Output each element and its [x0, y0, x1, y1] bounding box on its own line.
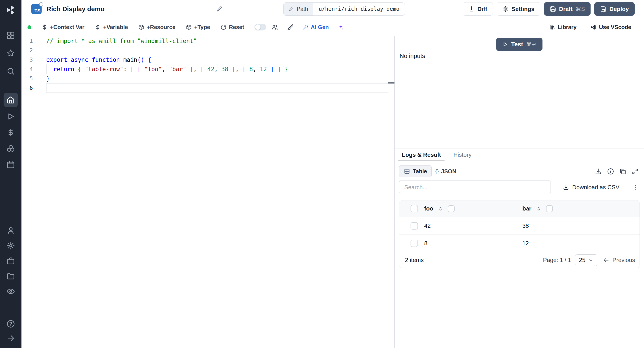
add-context-var-button[interactable]: +Context Var — [42, 24, 84, 31]
collab-toggle[interactable] — [254, 24, 266, 31]
path-label: Path — [296, 6, 308, 12]
items-count: 2 items — [405, 257, 424, 264]
user-icon — [6, 226, 15, 235]
line-number: 2 — [22, 46, 46, 55]
view-json-label: JSON — [441, 168, 456, 175]
windmill-logo[interactable] — [0, 5, 22, 15]
column-header-bar: bar — [518, 201, 640, 217]
sidebar-item-settings[interactable] — [0, 241, 22, 250]
braces-icon: {} — [435, 168, 439, 175]
info-icon[interactable] — [607, 168, 614, 175]
view-toggle-json[interactable]: {} JSON — [432, 165, 460, 177]
code-line[interactable]: return { "table-row": [ [ "foo", "bar" ]… — [46, 65, 388, 74]
pencil-icon — [216, 6, 222, 12]
library-label: Library — [558, 24, 577, 31]
sidebar-item-users[interactable] — [0, 226, 22, 235]
sidebar-item-audit-logs[interactable] — [0, 287, 22, 296]
users-icon — [272, 24, 278, 31]
pencil-icon — [288, 6, 294, 12]
sidebar-item-workers[interactable] — [0, 257, 22, 265]
download-icon — [563, 184, 569, 190]
previous-page-button[interactable]: Previous — [603, 257, 635, 264]
add-resource-button[interactable]: +Resource — [138, 24, 176, 31]
sidebar-item-folders[interactable] — [0, 272, 22, 280]
maximize-icon[interactable] — [632, 168, 639, 175]
search-input[interactable] — [399, 180, 551, 194]
page-size-value: 25 — [579, 257, 586, 264]
sort-foo-button[interactable] — [438, 206, 444, 212]
chevron-down-icon — [588, 258, 594, 263]
add-variable-label: +Variable — [103, 24, 128, 31]
folder-icon — [6, 272, 15, 280]
edit-summary-button[interactable] — [216, 6, 222, 12]
draft-shortcut: ⌘S — [576, 6, 585, 12]
column-bar-checkbox[interactable] — [546, 205, 553, 212]
settings-button[interactable]: Settings — [497, 2, 540, 16]
page-size-select[interactable]: 25 — [575, 254, 597, 266]
download-csv-button[interactable]: Download as CSV — [563, 184, 620, 191]
editor-code[interactable]: // import * as wmill from "windmill-clie… — [46, 36, 388, 93]
vscode-icon — [590, 24, 596, 30]
table-row: 812 — [399, 235, 640, 252]
tab-history[interactable]: History — [450, 148, 475, 161]
row-checkbox[interactable] — [410, 240, 418, 247]
sidebar-item-schedules[interactable] — [0, 160, 22, 169]
status-dot — [28, 25, 31, 29]
code-line[interactable] — [46, 83, 388, 93]
tab-logs-result[interactable]: Logs & Result — [398, 148, 444, 161]
column-foo-checkbox[interactable] — [448, 205, 454, 212]
path-label-segment[interactable]: Path — [284, 3, 313, 16]
sidebar-item-favorites[interactable] — [0, 49, 22, 57]
sort-bar-button[interactable] — [536, 206, 542, 212]
code-line[interactable]: export async function main() { — [46, 55, 388, 65]
path-control[interactable]: Path u/henri/rich_display_demo — [283, 3, 405, 16]
collaborators-button[interactable] — [272, 24, 278, 31]
page-indicator: Page: 1 / 1 — [543, 257, 571, 264]
ai-gen-button[interactable]: AI Gen — [302, 24, 329, 31]
sidebar-item-resources[interactable] — [0, 144, 22, 153]
sort-icon — [438, 206, 444, 212]
result-table: foo bar 4238812 — [399, 200, 640, 268]
view-toggle-table[interactable]: Table — [399, 165, 432, 177]
use-vscode-button[interactable]: Use VScode — [590, 24, 631, 31]
column-label: foo — [424, 205, 433, 212]
table-menu-button[interactable] — [632, 184, 639, 191]
add-type-button[interactable]: +Type — [186, 24, 210, 31]
code-line[interactable]: } — [46, 74, 388, 83]
brush-icon — [287, 24, 294, 31]
calendar-icon — [6, 160, 15, 169]
kebab-icon — [632, 184, 639, 191]
select-all-checkbox[interactable] — [410, 205, 418, 212]
code-editor[interactable]: 123456 // import * as wmill from "windmi… — [22, 36, 394, 348]
sidebar-item-apps[interactable] — [0, 31, 22, 40]
sidebar-item-runs[interactable] — [0, 112, 22, 121]
sidebar-item-home[interactable] — [0, 93, 22, 107]
row-checkbox[interactable] — [410, 222, 418, 230]
sidebar-item-variables[interactable] — [0, 128, 22, 137]
draft-button[interactable]: Draft ⌘S — [544, 2, 590, 16]
download-icon[interactable] — [595, 168, 602, 175]
sidebar-item-help[interactable] — [0, 319, 22, 328]
sidebar-item-search[interactable] — [0, 67, 22, 75]
diff-button[interactable]: Diff — [463, 2, 493, 16]
deploy-button[interactable]: Deploy — [594, 2, 634, 16]
cell-foo: 8 — [424, 235, 518, 252]
add-variable-button[interactable]: +Variable — [95, 24, 128, 31]
copy-icon[interactable] — [620, 168, 626, 175]
select-all-cell — [399, 201, 424, 217]
table-header-row: foo bar — [399, 201, 640, 217]
result-table-body: 4238812 — [399, 217, 640, 252]
reset-button[interactable]: Reset — [220, 24, 244, 31]
briefcase-icon — [6, 257, 15, 265]
ai-fix-button[interactable] — [338, 24, 344, 31]
code-line[interactable]: // import * as wmill from "windmill-clie… — [46, 36, 388, 46]
gear-icon — [502, 6, 509, 12]
format-code-button[interactable] — [287, 24, 294, 31]
test-button[interactable]: Test ⌘↵ — [496, 38, 542, 51]
line-number: 5 — [22, 74, 46, 83]
sidebar-expand-button[interactable] — [0, 334, 22, 342]
code-line[interactable] — [46, 46, 388, 55]
path-value[interactable]: u/henri/rich_display_demo — [313, 3, 405, 16]
library-button[interactable]: Library — [549, 24, 577, 31]
no-inputs-label: No inputs — [400, 53, 425, 60]
